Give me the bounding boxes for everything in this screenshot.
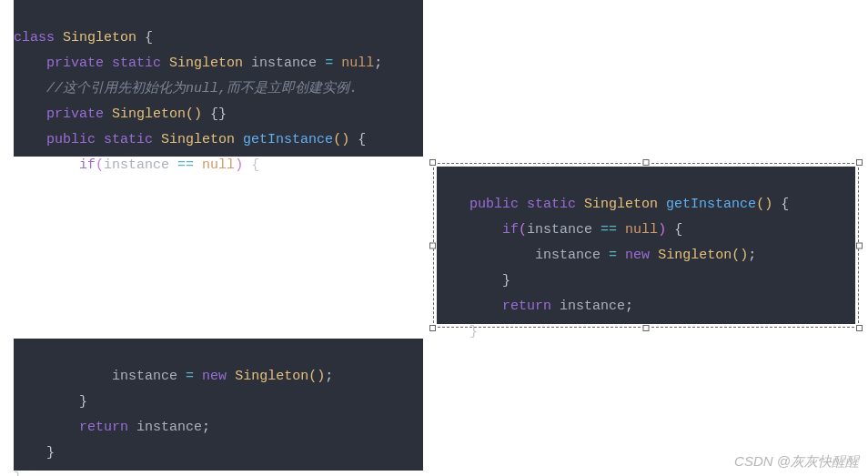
literal-null: null bbox=[625, 222, 658, 238]
identifier: instance bbox=[136, 420, 202, 435]
semicolon: ; bbox=[625, 299, 633, 314]
brace-close: } bbox=[79, 394, 87, 410]
keyword-new: new bbox=[202, 369, 227, 384]
resize-handle-middle-right[interactable] bbox=[856, 242, 863, 248]
brace: { bbox=[358, 132, 366, 147]
brace-close: } bbox=[502, 273, 510, 289]
semicolon: ; bbox=[325, 369, 333, 384]
parens: () bbox=[333, 132, 349, 147]
paren-close: ) bbox=[658, 222, 666, 238]
constructor-call: Singleton bbox=[658, 248, 732, 263]
identifier: instance bbox=[560, 299, 625, 314]
brace-close: } bbox=[14, 471, 22, 476]
empty-body: {} bbox=[210, 106, 227, 122]
paren-open: ( bbox=[519, 222, 527, 238]
brace: { bbox=[251, 157, 259, 173]
identifier: instance bbox=[112, 369, 177, 384]
comment-line: //这个引用先初始化为null,而不是立即创建实例. bbox=[46, 81, 358, 96]
brace: { bbox=[674, 222, 682, 238]
resize-handle-top-middle[interactable] bbox=[643, 159, 650, 166]
operator-eq: == bbox=[177, 157, 194, 173]
keyword-new: new bbox=[625, 248, 650, 263]
semicolon: ; bbox=[374, 56, 382, 71]
brace: { bbox=[145, 30, 153, 46]
paren-close: ) bbox=[235, 157, 243, 173]
code-block-2-selected[interactable]: public static Singleton getInstance() { … bbox=[437, 167, 855, 324]
resize-handle-bottom-right[interactable] bbox=[856, 325, 863, 331]
identifier: instance bbox=[104, 157, 169, 173]
code-block-3: instance = new Singleton(); } return ins… bbox=[14, 339, 423, 471]
keyword-static: static bbox=[527, 197, 576, 212]
operator-eq: == bbox=[601, 222, 617, 238]
keyword-static: static bbox=[112, 56, 161, 71]
keyword-return: return bbox=[79, 420, 128, 435]
brace: { bbox=[781, 197, 789, 212]
keyword-private: private bbox=[46, 56, 104, 71]
operator-assign: = bbox=[325, 56, 333, 71]
keyword-return: return bbox=[502, 299, 551, 314]
literal-null: null bbox=[202, 157, 235, 173]
parens: () bbox=[186, 106, 202, 122]
resize-handle-middle-left[interactable] bbox=[429, 242, 436, 248]
parens: () bbox=[756, 197, 772, 212]
parens: () bbox=[732, 248, 748, 263]
keyword-public: public bbox=[469, 197, 519, 212]
type-name: Singleton bbox=[169, 56, 243, 71]
resize-handle-bottom-left[interactable] bbox=[429, 325, 436, 331]
class-name: Singleton bbox=[63, 30, 136, 46]
semicolon: ; bbox=[202, 420, 210, 435]
paren-open: ( bbox=[96, 157, 104, 173]
keyword-if: if bbox=[502, 222, 519, 238]
keyword-if: if bbox=[79, 157, 96, 173]
return-type: Singleton bbox=[161, 132, 235, 147]
brace-close: } bbox=[469, 324, 478, 339]
method-name: getInstance bbox=[666, 197, 756, 212]
resize-handle-bottom-middle[interactable] bbox=[643, 325, 650, 331]
resize-handle-top-left[interactable] bbox=[429, 159, 436, 166]
operator-assign: = bbox=[186, 369, 194, 384]
constructor-call: Singleton bbox=[235, 369, 308, 384]
method-name: getInstance bbox=[243, 132, 333, 147]
keyword-private: private bbox=[46, 106, 104, 122]
brace-close: } bbox=[46, 445, 55, 461]
identifier: instance bbox=[251, 56, 317, 71]
keyword-class: class bbox=[14, 30, 55, 46]
watermark-text: CSDN @灰灰快醒醒 bbox=[734, 453, 859, 471]
parens: () bbox=[308, 369, 325, 384]
literal-null: null bbox=[341, 56, 374, 71]
semicolon: ; bbox=[748, 248, 756, 263]
return-type: Singleton bbox=[584, 197, 658, 212]
code-block-1: class Singleton { private static Singlet… bbox=[14, 0, 423, 157]
resize-handle-top-right[interactable] bbox=[856, 159, 863, 166]
identifier: instance bbox=[535, 248, 601, 263]
operator-assign: = bbox=[609, 248, 617, 263]
keyword-static: static bbox=[104, 132, 153, 147]
constructor-name: Singleton bbox=[112, 106, 186, 122]
identifier: instance bbox=[527, 222, 592, 238]
keyword-public: public bbox=[46, 132, 96, 147]
